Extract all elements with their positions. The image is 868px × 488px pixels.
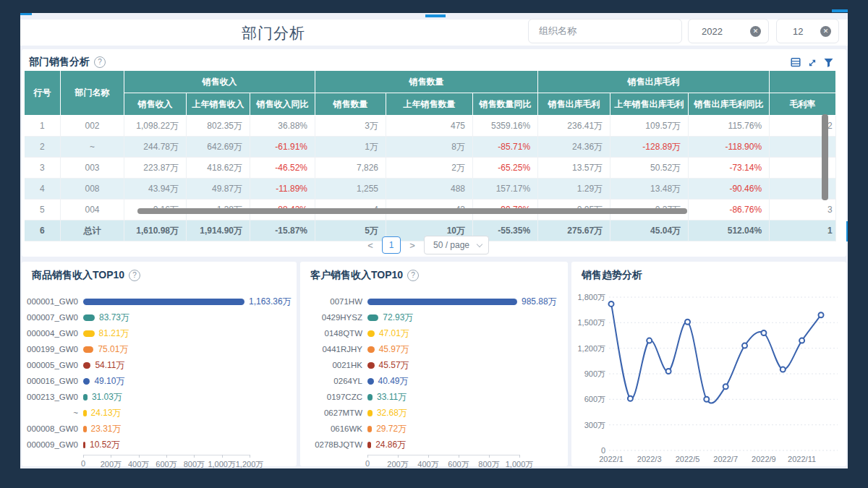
- bar-row[interactable]: 000004_GW081.21万: [22, 325, 297, 341]
- table-cell: -118.90%: [689, 137, 770, 158]
- table-cell: 2: [25, 137, 61, 158]
- clear-month-icon[interactable]: [820, 26, 831, 37]
- col-header: 销售数量: [315, 93, 386, 116]
- bar-category-label: 000199_GW0: [22, 345, 83, 354]
- bar[interactable]: [367, 346, 375, 353]
- bar-row[interactable]: 000008_GW023.31万: [22, 421, 297, 437]
- bar[interactable]: [83, 394, 88, 401]
- bar-row[interactable]: 000007_GW083.73万: [22, 309, 297, 325]
- bar[interactable]: [367, 330, 375, 337]
- table-cell: 642.69万: [187, 137, 250, 158]
- bar[interactable]: [367, 299, 517, 305]
- bar[interactable]: [83, 314, 95, 321]
- pagination-next[interactable]: >: [407, 240, 418, 251]
- bar[interactable]: [83, 346, 93, 353]
- filter-icon[interactable]: [824, 57, 833, 70]
- bar-row[interactable]: 000001_GW01,163.36万: [22, 294, 297, 309]
- x-tick-label: 1,000万: [208, 459, 236, 470]
- page-size-select[interactable]: 50 / page: [424, 236, 489, 254]
- expand-icon[interactable]: [808, 57, 817, 70]
- table-cell: 49.87万: [187, 179, 250, 200]
- bar[interactable]: [83, 442, 85, 448]
- org-name-input[interactable]: 组织名称: [528, 19, 682, 43]
- table-cell: 802.35万: [187, 116, 250, 137]
- bar-value-label: 10.52万: [90, 439, 120, 451]
- vertical-scrollbar[interactable]: [822, 114, 828, 200]
- table-panel-title: 部门销售分析: [29, 56, 90, 69]
- bar-row[interactable]: 000213_GW031.03万: [22, 389, 297, 405]
- bar-row[interactable]: 0616WK29.72万: [300, 421, 568, 437]
- bar-value-label: 49.10万: [94, 375, 124, 388]
- bar[interactable]: [83, 330, 95, 337]
- bar[interactable]: [83, 410, 87, 416]
- bar-row[interactable]: 0441RJHY45.97万: [300, 341, 568, 357]
- sales-trend-chart[interactable]: 0300万600万900万1,200万1,500万1,800万2022/1202…: [571, 286, 846, 466]
- bar-row[interactable]: 0071HW985.88万: [300, 294, 568, 309]
- table-row[interactable]: 400843.94万49.87万-11.89%1,255488157.17%1.…: [25, 179, 836, 200]
- table-cell: -65.25%: [473, 158, 538, 179]
- table-cell: 50.52万: [610, 158, 689, 179]
- table-cell: -11.89%: [250, 179, 315, 200]
- bar-row[interactable]: ~24.13万: [22, 405, 297, 421]
- bar-category-label: 0148QTW: [300, 329, 367, 338]
- bar-row[interactable]: 0627MTW32.68万: [300, 405, 568, 421]
- table-cell: 4: [25, 179, 61, 200]
- table-cell: 36.88%: [250, 116, 315, 137]
- bar[interactable]: [367, 442, 371, 448]
- bar-row[interactable]: 0429HYSZ72.93万: [300, 309, 568, 325]
- help-icon[interactable]: [407, 270, 419, 281]
- bar[interactable]: [367, 394, 373, 401]
- year-input[interactable]: 2022: [688, 19, 769, 43]
- table-row[interactable]: 3003223.87万418.62万-46.52%7,8262万-65.25%1…: [25, 158, 836, 179]
- bar[interactable]: [367, 378, 374, 385]
- help-icon[interactable]: [129, 270, 140, 281]
- clear-year-icon[interactable]: [750, 26, 761, 37]
- bar[interactable]: [367, 362, 375, 369]
- product-top10-chart[interactable]: 000001_GW01,163.36万000007_GW083.73万00000…: [22, 294, 297, 471]
- bar-row[interactable]: 0264YL40.49万: [300, 373, 568, 389]
- table-row[interactable]: 2~244.78万642.69万-61.91%1万8万-85.71%24.36万…: [25, 137, 836, 158]
- bar[interactable]: [367, 410, 373, 416]
- table-row[interactable]: 10021,098.22万802.35万36.88%3万4755359.16%2…: [25, 116, 836, 137]
- horizontal-scrollbar[interactable]: [137, 208, 687, 214]
- bar[interactable]: [367, 426, 372, 432]
- bar[interactable]: [83, 426, 87, 432]
- pagination-page-1[interactable]: 1: [382, 236, 401, 254]
- help-icon[interactable]: [94, 56, 106, 68]
- bar[interactable]: [83, 299, 244, 305]
- svg-text:2022/7: 2022/7: [713, 455, 738, 463]
- pagination-prev[interactable]: <: [365, 240, 376, 251]
- table-list-icon[interactable]: [791, 57, 801, 70]
- svg-text:2022/9: 2022/9: [752, 455, 776, 463]
- x-tick-label: 400万: [128, 459, 149, 470]
- col-header: 行号: [25, 71, 61, 116]
- col-header: 销售出库毛利: [538, 93, 610, 116]
- bar-row[interactable]: 000005_GW054.11万: [22, 357, 297, 373]
- table-cell: 1: [25, 116, 61, 137]
- table-cell: 157.17%: [473, 179, 538, 200]
- table-cell: 8万: [386, 137, 473, 158]
- month-input[interactable]: 12: [776, 19, 839, 43]
- bar[interactable]: [83, 362, 90, 369]
- svg-text:2022/3: 2022/3: [637, 455, 662, 463]
- bar-row[interactable]: 0021HK45.57万: [300, 357, 568, 373]
- customer-top10-chart[interactable]: 0071HW985.88万0429HYSZ72.93万0148QTW47.01万…: [300, 294, 568, 471]
- bar-value-label: 985.88万: [522, 296, 557, 308]
- table-cell: 115.76%: [689, 116, 770, 137]
- bar-row[interactable]: 000199_GW075.01万: [22, 341, 297, 357]
- bar[interactable]: [367, 314, 378, 321]
- frame-accent-top-right: [832, 9, 848, 12]
- bar-row[interactable]: 000009_GW010.52万: [22, 437, 297, 453]
- col-header: 上年销售收入: [187, 93, 250, 116]
- bar[interactable]: [83, 378, 90, 385]
- bar-value-label: 40.49万: [378, 375, 409, 388]
- bar-row[interactable]: 000016_GW049.10万: [22, 373, 297, 389]
- bar-row[interactable]: 0197CZC33.11万: [300, 389, 568, 405]
- bar-value-label: 32.68万: [377, 407, 407, 419]
- bar-row[interactable]: 0278BJQTW24.86万: [300, 437, 568, 453]
- col-header: 销售收入: [124, 93, 187, 116]
- sales-trend-panel: 销售趋势分析 0300万600万900万1,200万1,500万1,800万20…: [571, 262, 846, 466]
- table-cell: 43.94万: [124, 179, 187, 200]
- bar-row[interactable]: 0148QTW47.01万: [300, 325, 568, 341]
- bar-value-label: 45.57万: [379, 359, 409, 372]
